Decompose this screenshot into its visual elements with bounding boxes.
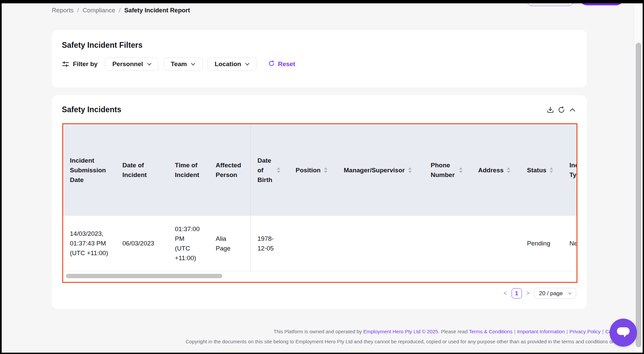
page-scrollbar-thumb[interactable] (636, 43, 641, 347)
cell-status: Pending (520, 216, 563, 271)
sort-icon[interactable] (277, 167, 281, 173)
breadcrumb-separator: / (119, 7, 121, 14)
personnel-dropdown-label: Personnel (112, 60, 143, 68)
filters-card: Safety Incident Filters Filter by Person… (52, 30, 587, 87)
cell-incident-type: Ne (563, 216, 576, 271)
table-row: 14/03/2023, 01:37:43 PM (UTC +11:00) 06/… (63, 216, 576, 271)
pagination: < 1 > 20 / page (504, 288, 576, 299)
team-dropdown-label: Team (171, 60, 187, 68)
scrollable-columns-pane: Date of Birth Position Manager/Superviso… (251, 124, 576, 216)
team-dropdown[interactable]: Team (164, 57, 203, 71)
col-header-phone-number[interactable]: Phone Number (424, 124, 471, 216)
page: Reports / Compliance / Safety Incident R… (2, 3, 643, 353)
col-header-affected-person: Affected Person (209, 124, 251, 216)
cell-phone-number (424, 216, 471, 271)
filter-row: Filter by Personnel Team Location (62, 57, 587, 71)
cell-affected-person: Alia Page (209, 216, 251, 271)
frozen-row-pane: 14/03/2023, 01:37:43 PM (UTC +11:00) 06/… (63, 216, 251, 271)
col-header-manager-supervisor[interactable]: Manager/Supervisor (337, 124, 424, 216)
chevron-down-icon (147, 63, 151, 66)
sort-icon[interactable] (507, 167, 511, 173)
header-primary-button[interactable] (579, 3, 624, 5)
breadcrumb-compliance[interactable]: Compliance (83, 7, 115, 14)
breadcrumb: Reports / Compliance / Safety Incident R… (52, 7, 190, 14)
cell-incident-date: 06/03/2023 (116, 216, 168, 271)
incidents-toolbar (546, 106, 577, 114)
scrollable-row-pane: 1978-12-05 Pending (251, 216, 576, 271)
footer-line-2: Copyright in the documents on this site … (186, 339, 618, 344)
cell-position (289, 216, 337, 271)
breadcrumb-separator: / (77, 7, 79, 14)
col-header-position[interactable]: Position (289, 124, 337, 216)
col-header-address[interactable]: Address (471, 124, 520, 216)
chevron-down-icon (568, 292, 572, 295)
refresh-icon[interactable] (557, 106, 566, 114)
page-size-value: 20 / page (539, 290, 563, 297)
filters-title: Safety Incident Filters (52, 30, 587, 50)
col-header-date-of-incident: Date of Incident (116, 124, 168, 216)
cell-manager-supervisor (337, 216, 424, 271)
chat-bubble-icon (616, 325, 631, 340)
sort-icon[interactable] (324, 167, 328, 173)
breadcrumb-current: Safety Incident Report (124, 7, 190, 14)
incidents-title: Safety Incidents (62, 105, 121, 114)
collapse-icon[interactable] (568, 106, 577, 114)
incidents-card: Safety Incidents (52, 95, 587, 309)
chat-button[interactable] (610, 319, 637, 347)
chevron-down-icon (191, 63, 195, 66)
table-horizontal-scrollbar-thumb[interactable] (66, 274, 222, 278)
incidents-card-header: Safety Incidents (52, 95, 587, 114)
header-secondary-button[interactable] (526, 3, 575, 6)
cell-address (471, 216, 520, 271)
sliders-icon (62, 60, 69, 68)
col-header-incident-type[interactable]: Incident Type (563, 124, 576, 216)
terms-conditions-link[interactable]: Terms & Conditions (469, 329, 512, 334)
reset-label: Reset (278, 60, 295, 68)
prev-page-button[interactable]: < (504, 288, 507, 299)
personnel-dropdown[interactable]: Personnel (105, 57, 159, 71)
location-dropdown[interactable]: Location (207, 57, 257, 71)
privacy-policy-link[interactable]: Privacy Policy (569, 329, 601, 334)
incidents-table: Incident Submission Date Date of Inciden… (62, 123, 577, 283)
col-header-status[interactable]: Status (520, 124, 563, 216)
page-scrollbar-track (634, 3, 643, 353)
col-header-date-of-birth[interactable]: Date of Birth (251, 124, 289, 216)
cell-submission-date: 14/03/2023, 01:37:43 PM (UTC +11:00) (63, 216, 116, 271)
reset-refresh-icon (268, 60, 275, 68)
chevron-down-icon (245, 63, 249, 66)
location-dropdown-label: Location (215, 60, 241, 68)
frozen-columns-pane: Incident Submission Date Date of Inciden… (63, 124, 251, 216)
filter-by-label: Filter by (73, 60, 98, 68)
download-icon[interactable] (546, 106, 555, 114)
table-horizontal-scrollbar (63, 271, 576, 281)
page-number-button[interactable]: 1 (512, 288, 522, 299)
footer-line-1: This Platform is owned and operated by E… (274, 329, 636, 334)
cell-incident-time: 01:37:00 PM (UTC +11:00) (168, 216, 209, 271)
sort-icon[interactable] (549, 167, 553, 173)
employment-hero-link[interactable]: Employment Hero Pty Ltd © 2025 (363, 329, 438, 334)
table-header-row: Incident Submission Date Date of Inciden… (63, 124, 576, 216)
col-header-time-of-incident: Time of Incident (168, 124, 209, 216)
next-page-button[interactable]: > (526, 288, 530, 299)
col-header-incident-submission-date: Incident Submission Date (63, 124, 116, 216)
sort-icon[interactable] (459, 167, 463, 173)
important-information-link[interactable]: Important Information (517, 329, 565, 334)
reset-button[interactable]: Reset (266, 60, 297, 69)
breadcrumb-reports[interactable]: Reports (52, 7, 74, 14)
sort-icon[interactable] (408, 167, 412, 173)
cell-date-of-birth: 1978-12-05 (251, 216, 289, 271)
page-size-select[interactable]: 20 / page (534, 288, 576, 299)
